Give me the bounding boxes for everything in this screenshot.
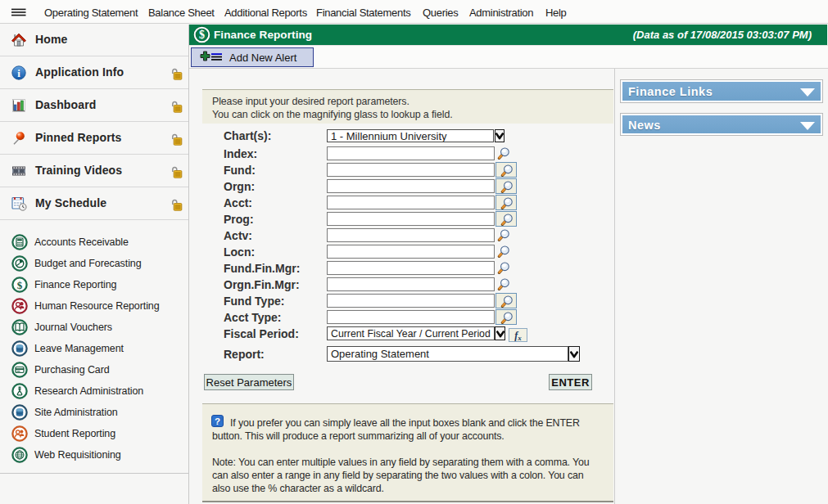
svg-text:?: ? bbox=[215, 416, 220, 426]
svg-text:i: i bbox=[17, 67, 20, 79]
svg-text:$: $ bbox=[199, 29, 205, 41]
svg-text:$: $ bbox=[17, 279, 23, 291]
